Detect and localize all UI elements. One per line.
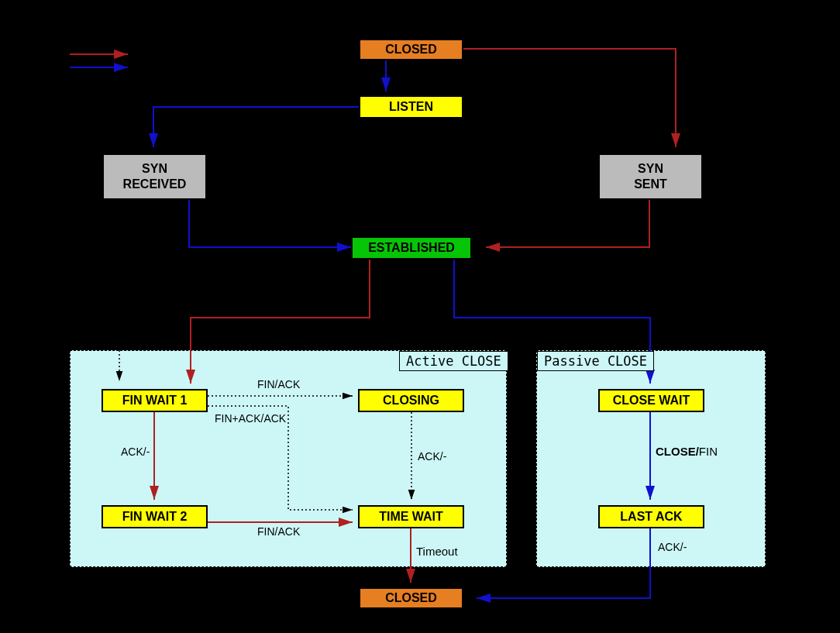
edge-fin-ack-2: FIN/ACK: [257, 525, 300, 538]
edge-close-fin: CLOSE/FIN: [656, 445, 718, 458]
state-syn-sent: SYN SENT: [598, 153, 703, 200]
edge-timeout: Timeout: [416, 545, 458, 558]
edge-ack-3: ACK/-: [658, 541, 687, 553]
state-established: ESTABLISHED: [351, 236, 472, 260]
edge-finack-ack: FIN+ACK/ACK: [215, 412, 286, 425]
state-time-wait: TIME WAIT: [358, 505, 464, 528]
edge-ack-2: ACK/-: [418, 450, 446, 463]
state-last-ack: LAST ACK: [598, 505, 704, 528]
tcp-state-diagram: { "states": { "closed_top": "CLOSED", "l…: [0, 0, 840, 633]
edge-close-fin-bold: CLOSE/: [656, 445, 699, 458]
edge-close-fin-tail: FIN: [699, 445, 718, 458]
state-closed-top: CLOSED: [359, 39, 463, 60]
active-close-label: Active CLOSE: [399, 351, 508, 371]
state-fin-wait-2: FIN WAIT 2: [102, 505, 208, 528]
edge-fin-ack-1: FIN/ACK: [257, 378, 300, 390]
passive-close-label: Passive CLOSE: [537, 351, 654, 371]
state-syn-received: SYN RECEIVED: [102, 153, 207, 200]
state-listen: LISTEN: [359, 95, 463, 119]
edge-ack-1: ACK/-: [121, 446, 150, 458]
state-fin-wait-1: FIN WAIT 1: [102, 389, 208, 412]
state-closed-bottom: CLOSED: [359, 587, 463, 609]
state-close-wait: CLOSE WAIT: [598, 389, 704, 412]
state-closing: CLOSING: [358, 389, 464, 412]
